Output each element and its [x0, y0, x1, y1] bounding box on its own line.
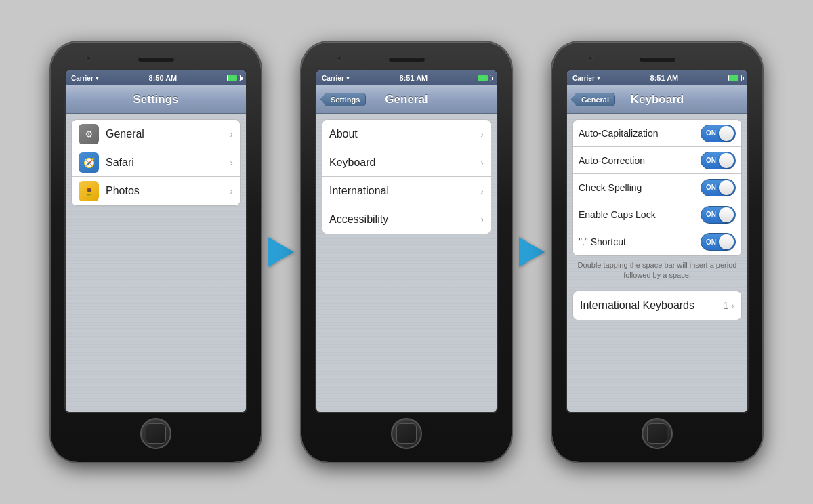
chevron-general: ›	[230, 129, 233, 140]
phone-2: Carrier ▾ 8:51 AM Settings General	[301, 42, 512, 462]
autocorrect-label: Auto-Correction	[579, 155, 701, 166]
autocap-thumb	[719, 126, 734, 141]
autocap-toggle[interactable]: ON	[701, 125, 736, 142]
settings-list: ⚙ General › 🧭 Safari ›	[71, 119, 241, 206]
intl-keyboards-item[interactable]: International Keyboards 1 ›	[573, 291, 741, 320]
phone-2-top	[310, 50, 503, 69]
phone-3-screen: Carrier ▾ 8:51 AM General Keyboard	[567, 70, 747, 412]
arrow-right-2	[519, 237, 545, 267]
nav-title-1: Settings	[133, 93, 178, 106]
period-toggle[interactable]: ON	[701, 233, 736, 251]
carrier-3: Carrier	[572, 75, 595, 82]
wifi-icon-3: ▾	[597, 75, 600, 81]
chevron-keyboard: ›	[480, 157, 484, 168]
status-bar-1: Carrier ▾ 8:50 AM	[66, 70, 246, 85]
autocap-label: Auto-Capitalization	[579, 128, 701, 139]
carrier-1: Carrier	[71, 75, 93, 82]
period-label: "." Shortcut	[579, 236, 701, 247]
status-left-3: Carrier ▾	[572, 75, 600, 82]
spellcheck-thumb	[719, 180, 734, 195]
home-button-3[interactable]	[642, 418, 673, 449]
wifi-icon-2: ▾	[346, 75, 350, 81]
phone-2-screen-wrapper: Carrier ▾ 8:51 AM Settings General	[315, 69, 498, 413]
chevron-photos: ›	[230, 186, 233, 196]
time-1: 8:50 AM	[149, 74, 178, 82]
keyboard-toggles: Auto-Capitalization ON Auto-Correction O…	[572, 119, 742, 256]
chevron-safari: ›	[230, 157, 233, 168]
nav-title-3: Keyboard	[631, 93, 684, 106]
home-button-inner-2	[396, 423, 417, 444]
settings-item-international[interactable]: International ›	[322, 177, 491, 205]
phone-3: Carrier ▾ 8:51 AM General Keyboard	[552, 42, 762, 462]
phone-1-bottom	[59, 413, 253, 454]
back-button-2[interactable]: Settings	[320, 93, 366, 106]
battery-fill-3	[729, 75, 738, 81]
period-on: ON	[706, 238, 716, 246]
settings-item-about[interactable]: About ›	[322, 120, 491, 148]
nav-bar-1: Settings	[66, 85, 246, 114]
speaker-2	[388, 57, 425, 62]
keyboard-label: Keyboard	[329, 156, 480, 169]
arrow-2	[512, 237, 552, 267]
time-3: 8:51 AM	[650, 74, 679, 82]
nav-title-2: General	[385, 93, 428, 106]
period-hint: Double tapping the space bar will insert…	[567, 256, 747, 285]
phone-3-top	[560, 50, 754, 69]
camera-3	[587, 56, 593, 61]
status-bar-3: Carrier ▾ 8:51 AM	[567, 70, 747, 85]
speaker-3	[639, 57, 676, 62]
autocorrect-thumb	[719, 153, 734, 168]
scene: Carrier ▾ 8:50 AM Settings	[51, 42, 762, 462]
spellcheck-on: ON	[706, 184, 716, 191]
home-button-inner-3	[647, 423, 667, 444]
home-button-2[interactable]	[391, 418, 422, 449]
home-button-1[interactable]	[140, 418, 171, 449]
back-button-3[interactable]: General	[571, 93, 615, 106]
status-left-2: Carrier ▾	[322, 75, 350, 82]
list-item-photos[interactable]: 🌻 Photos ›	[72, 177, 240, 205]
safari-icon: 🧭	[79, 152, 99, 173]
international-label: International	[329, 185, 480, 197]
toggle-capslock[interactable]: Enable Caps Lock ON	[573, 201, 741, 228]
safari-label: Safari	[106, 156, 230, 169]
battery-fill-1	[228, 75, 237, 81]
chevron-intl: ›	[731, 300, 734, 311]
period-thumb	[719, 234, 734, 249]
capslock-toggle[interactable]: ON	[701, 206, 736, 224]
arrow-right-1	[268, 237, 294, 267]
chevron-international: ›	[480, 186, 484, 196]
speaker-1	[138, 57, 175, 62]
home-button-inner-1	[146, 423, 166, 444]
status-left-1: Carrier ▾	[71, 75, 99, 82]
battery-icon-1	[227, 75, 241, 81]
wifi-icon-1: ▾	[96, 75, 99, 81]
capslock-on: ON	[706, 211, 716, 218]
general-list: About › Keyboard › International › Acc	[322, 119, 491, 234]
toggle-autocap[interactable]: Auto-Capitalization ON	[573, 120, 741, 147]
phone-1-top	[59, 50, 253, 69]
phone-1-screen: Carrier ▾ 8:50 AM Settings	[66, 70, 246, 412]
camera-1	[86, 56, 91, 61]
screen-body-3: Auto-Capitalization ON Auto-Correction O…	[567, 114, 747, 412]
battery-2	[478, 75, 491, 81]
photos-icon: 🌻	[79, 181, 99, 201]
chevron-accessibility: ›	[480, 214, 484, 225]
battery-icon-3	[728, 75, 742, 81]
spellcheck-toggle[interactable]: ON	[701, 179, 736, 196]
capslock-label: Enable Caps Lock	[579, 209, 701, 220]
chevron-about: ›	[480, 129, 484, 140]
phone-3-bottom	[560, 413, 754, 454]
accessibility-label: Accessibility	[329, 213, 480, 226]
battery-fill-2	[478, 75, 488, 81]
photos-label: Photos	[106, 185, 230, 197]
list-item-general[interactable]: ⚙ General ›	[72, 120, 240, 148]
toggle-autocorrect[interactable]: Auto-Correction ON	[573, 147, 741, 174]
toggle-period[interactable]: "." Shortcut ON	[573, 228, 741, 255]
autocorrect-toggle[interactable]: ON	[701, 152, 736, 169]
toggle-spellcheck[interactable]: Check Spelling ON	[573, 174, 741, 201]
settings-item-keyboard[interactable]: Keyboard ›	[322, 148, 491, 177]
list-item-safari[interactable]: 🧭 Safari ›	[72, 148, 240, 177]
capslock-thumb	[719, 207, 734, 222]
settings-item-accessibility[interactable]: Accessibility ›	[322, 205, 491, 234]
nav-bar-3: General Keyboard	[567, 85, 747, 114]
